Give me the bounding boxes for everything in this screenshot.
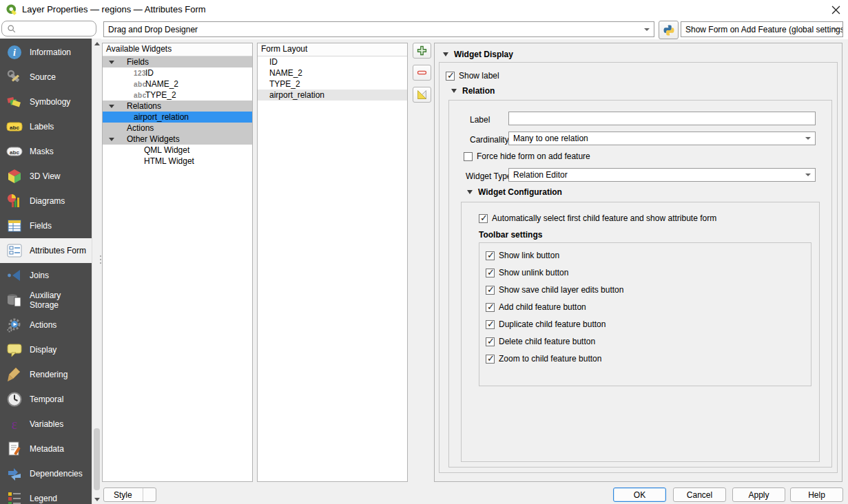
sidebar-item-source[interactable]: Source: [0, 65, 92, 90]
tree-item-airport-relation[interactable]: airport_relation: [103, 112, 252, 123]
designer-mode-select[interactable]: Drag and Drop Designer: [103, 21, 654, 37]
title-bar: Layer Properties — regions — Attributes …: [0, 0, 848, 39]
delete-child-checkbox[interactable]: [486, 337, 495, 346]
add-widget-button[interactable]: [413, 43, 431, 59]
apply-button[interactable]: Apply: [732, 487, 785, 502]
toolbar-settings-frame: [479, 242, 811, 386]
tree-item-qml-widget[interactable]: QML Widget: [103, 145, 252, 156]
sidebar-item-rendering[interactable]: Rendering: [0, 362, 92, 387]
show-label-checkbox[interactable]: [446, 72, 455, 81]
minus-icon: [416, 67, 428, 78]
add-child-checkbox-row[interactable]: Add child feature button: [486, 302, 586, 312]
scroll-down-icon[interactable]: [92, 494, 102, 504]
plus-icon: [416, 45, 428, 56]
style-menu-button[interactable]: Style: [103, 487, 156, 502]
sidebar-item-metadata[interactable]: Metadata: [0, 437, 92, 461]
symbology-icon: [6, 94, 23, 110]
source-icon: [6, 69, 23, 85]
scrollbar-thumb[interactable]: [94, 428, 100, 490]
form-open-mode-select[interactable]: Show Form on Add Feature (global setting…: [681, 21, 843, 37]
relation-section-header[interactable]: Relation: [451, 86, 495, 96]
ok-button[interactable]: OK: [613, 487, 666, 502]
sidebar-item-auxiliary-storage[interactable]: Auxiliary Storage: [0, 288, 92, 313]
sidebar-item-information[interactable]: i Information: [0, 40, 92, 65]
chevron-down-icon: [109, 105, 114, 108]
duplicate-child-checkbox[interactable]: [486, 320, 495, 329]
sidebar-item-legend[interactable]: Legend: [0, 486, 92, 504]
help-button[interactable]: Help: [790, 487, 843, 502]
show-unlink-checkbox[interactable]: [486, 269, 495, 277]
delete-child-checkbox-row[interactable]: Delete child feature button: [486, 337, 595, 346]
widget-configuration-section-header[interactable]: Widget Configuration: [467, 187, 562, 197]
tree-group-relations[interactable]: Relations: [103, 101, 252, 112]
show-link-checkbox[interactable]: [486, 251, 495, 260]
tree-item-type-2[interactable]: abcTYPE_2: [103, 90, 252, 101]
show-save-child-checkbox-row[interactable]: Show save child layer edits button: [486, 285, 623, 295]
sidebar-item-symbology[interactable]: Symbology: [0, 90, 92, 114]
sidebar-item-masks[interactable]: abc Masks: [0, 139, 92, 164]
chevron-down-icon: [109, 138, 114, 141]
tree-group-fields[interactable]: Fields: [103, 56, 252, 67]
force-hide-checkbox[interactable]: [464, 152, 473, 161]
window-title: Layer Properties — regions — Attributes …: [22, 4, 206, 14]
label-field-label: Label: [470, 115, 490, 125]
duplicate-child-checkbox-row[interactable]: Duplicate child feature button: [486, 319, 606, 329]
auto-select-checkbox[interactable]: [479, 214, 488, 223]
widget-type-select[interactable]: Relation Editor: [508, 168, 816, 182]
form-layout-item-id[interactable]: ID: [258, 56, 407, 67]
zoom-child-checkbox[interactable]: [486, 355, 495, 364]
3d-view-icon: [6, 168, 23, 185]
remove-widget-button[interactable]: [413, 65, 431, 81]
sidebar-item-variables[interactable]: ε Variables: [0, 412, 92, 437]
sidebar-item-diagrams[interactable]: Diagrams: [0, 189, 92, 213]
zoom-child-checkbox-row[interactable]: Zoom to child feature button: [486, 354, 601, 364]
tree-item-name-2[interactable]: abcNAME_2: [103, 78, 252, 90]
chevron-down-icon: [443, 52, 448, 56]
force-hide-checkbox-row[interactable]: Force hide form on add feature: [464, 151, 590, 161]
close-icon[interactable]: [825, 1, 846, 18]
sidebar-item-fields[interactable]: Fields: [0, 213, 92, 238]
sidebar-item-attributes-form[interactable]: Attributes Form: [0, 238, 92, 263]
sidebar-item-actions[interactable]: Actions: [0, 313, 92, 337]
available-widgets-header: Available Widgets: [103, 43, 252, 56]
chevron-down-icon: [805, 174, 811, 176]
sidebar-item-labels[interactable]: abc Labels: [0, 114, 92, 139]
form-layout-item-name-2[interactable]: NAME_2: [258, 67, 407, 78]
form-layout-item-type-2[interactable]: TYPE_2: [258, 78, 407, 90]
cardinality-select[interactable]: Many to one relation: [508, 132, 816, 145]
form-layout-header: Form Layout: [258, 43, 407, 56]
show-link-checkbox-row[interactable]: Show link button: [486, 251, 559, 260]
show-unlink-checkbox-row[interactable]: Show unlink button: [486, 268, 568, 277]
sidebar-item-temporal[interactable]: Temporal: [0, 387, 92, 412]
label-input[interactable]: [508, 112, 816, 125]
search-input[interactable]: [1, 21, 96, 36]
show-save-child-checkbox[interactable]: [486, 286, 495, 295]
tree-item-id[interactable]: 123ID: [103, 67, 252, 78]
python-init-button[interactable]: [659, 21, 679, 39]
svg-text:i: i: [13, 48, 16, 58]
sidebar-item-display[interactable]: Display: [0, 337, 92, 362]
widget-type-label: Widget Type: [466, 171, 511, 181]
tree-item-html-widget[interactable]: HTML Widget: [103, 156, 252, 167]
form-layout-panel: Form Layout ID NAME_2 TYPE_2 airport_rel…: [257, 43, 408, 482]
diagonal-square-icon: [416, 89, 428, 101]
sidebar-item-3d-view[interactable]: 3D View: [0, 164, 92, 189]
attributes-form-icon: [6, 242, 23, 259]
cancel-button[interactable]: Cancel: [673, 487, 726, 502]
chevron-down-icon: [109, 61, 114, 64]
show-label-checkbox-row[interactable]: Show label: [446, 71, 499, 81]
tree-group-other-widgets[interactable]: Other Widgets: [103, 134, 252, 145]
chevron-down-icon: [805, 137, 811, 140]
tree-group-actions[interactable]: Actions: [103, 123, 252, 134]
scroll-up-icon[interactable]: [92, 39, 102, 48]
form-layout-item-airport-relation[interactable]: airport_relation: [258, 90, 407, 101]
text-type-icon: abc: [134, 81, 147, 88]
search-icon: [7, 24, 17, 34]
sidebar-item-dependencies[interactable]: Dependencies: [0, 461, 92, 486]
widget-display-section-header[interactable]: Widget Display: [443, 50, 513, 59]
sidebar-item-joins[interactable]: Joins: [0, 263, 92, 288]
edit-widget-button[interactable]: [413, 87, 431, 103]
add-child-checkbox[interactable]: [486, 303, 495, 312]
auto-select-checkbox-row[interactable]: Automatically select first child feature…: [479, 213, 716, 223]
legend-icon: [6, 490, 23, 504]
